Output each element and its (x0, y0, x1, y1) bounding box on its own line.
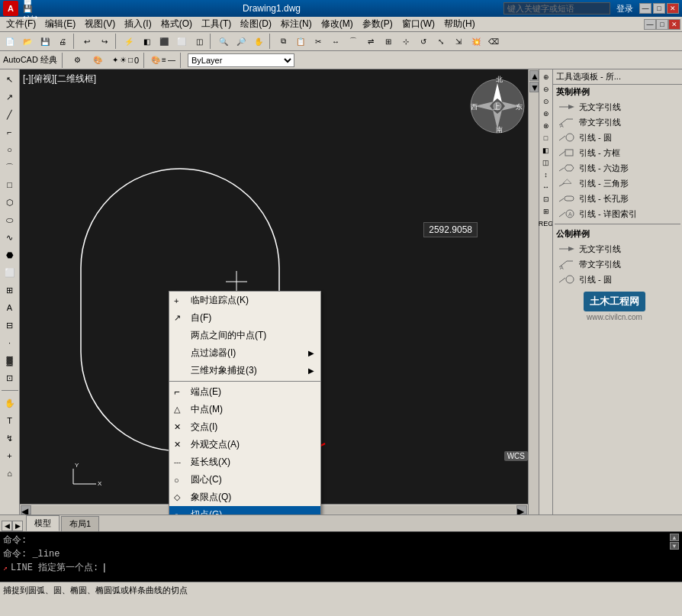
hatch-button[interactable]: ⬜ (173, 33, 190, 50)
ctx-extension[interactable]: --- 延长线(X) (169, 453, 320, 471)
coord-lt-button[interactable]: + (2, 447, 18, 464)
inner-close-button[interactable]: ✕ (668, 19, 680, 30)
menu-view[interactable]: 视图(V) (80, 17, 120, 31)
rmt-btn-8[interactable]: ◫ (540, 156, 552, 169)
rmt-btn-13[interactable]: REG (540, 218, 552, 230)
polygon-button[interactable]: ⬡ (2, 194, 18, 211)
cmd-scroll-up[interactable]: ▲ (670, 534, 679, 541)
ellipse-button[interactable]: ⬭ (2, 211, 18, 228)
table-button[interactable]: ⊞ (2, 282, 18, 298)
new-button[interactable]: 📄 (2, 33, 18, 50)
dim-button[interactable]: ◫ (191, 33, 207, 50)
menu-edit[interactable]: 编辑(E) (40, 17, 80, 31)
stretch-button[interactable]: ⇲ (450, 33, 467, 50)
scroll-left-btn[interactable]: ◀ (21, 505, 31, 514)
rmt-btn-5[interactable]: ⊗ (540, 120, 552, 132)
panel-item-metric-text[interactable]: A 带文字引线 (553, 256, 682, 272)
canvas-scrollbar-right[interactable]: ▲ ▼ (528, 69, 539, 514)
panel-item-leader-slot[interactable]: 引线 - 长孔形 (553, 191, 682, 206)
select2-button[interactable]: ↗ (2, 89, 18, 105)
rmt-btn-9[interactable]: ↕ (540, 169, 552, 181)
menu-insert[interactable]: 插入(I) (120, 17, 156, 31)
move-button[interactable]: ⊹ (397, 33, 414, 50)
region-button[interactable]: ⬜ (2, 264, 18, 281)
panel-item-leader-circle[interactable]: 引线 - 圆 (553, 130, 682, 145)
menu-format[interactable]: 格式(O) (156, 17, 197, 31)
undo-button[interactable]: ↩ (79, 33, 95, 50)
menu-window[interactable]: 窗口(W) (397, 17, 439, 31)
panel-item-leader-box[interactable]: 引线 - 方框 (553, 145, 682, 160)
panel-item-leader-tri[interactable]: 引线 - 三角形 (553, 176, 682, 191)
rmt-btn-1[interactable]: ⊕ (540, 71, 552, 83)
ctx-midpoint[interactable]: △ 中点(M) (169, 401, 320, 418)
tab-model[interactable]: 模型 (26, 515, 60, 531)
menu-help[interactable]: 帮助(H) (439, 17, 480, 31)
spline-button[interactable]: ∿ (2, 229, 18, 246)
match-prop-button[interactable]: ⚡ (121, 33, 137, 50)
menu-tools[interactable]: 工具(T) (197, 17, 236, 31)
rmt-btn-6[interactable]: □ (540, 132, 552, 144)
ctx-endpoint[interactable]: ⌐ 端点(E) (169, 383, 320, 401)
pan-button[interactable]: ✋ (250, 33, 267, 50)
maximize-button[interactable]: □ (653, 3, 665, 14)
extend-button[interactable]: ↔ (327, 33, 344, 50)
panel-item-text-leader[interactable]: A 带文字引线 (553, 114, 682, 130)
zoom-window-button[interactable]: 🔍 (215, 33, 232, 50)
rmt-btn-2[interactable]: ⊖ (540, 83, 552, 95)
minimize-button[interactable]: — (639, 3, 651, 14)
inner-minimize-button[interactable]: — (644, 19, 656, 30)
arc-button[interactable]: ⌒ (2, 159, 18, 176)
rmt-btn-3[interactable]: ⊙ (540, 95, 552, 108)
explode-button[interactable]: 💥 (468, 33, 484, 50)
menu-draw[interactable]: 绘图(D) (236, 17, 276, 31)
menu-file[interactable]: 文件(F) (2, 17, 40, 31)
insert-lt-button[interactable]: ↯ (2, 430, 18, 447)
ctx-center[interactable]: ○ 圆心(C) (169, 471, 320, 489)
tab-prev-btn[interactable]: ◀ (2, 521, 12, 531)
close-button[interactable]: ✕ (667, 3, 679, 14)
text-lt-button[interactable]: T (2, 412, 18, 429)
zoom-prev-button[interactable]: 🔎 (233, 33, 249, 50)
quick-access-bar[interactable]: 📄 💾 ↩ ↪ (23, 0, 40, 17)
ctx-apparent[interactable]: ✕ 外观交点(A) (169, 436, 320, 453)
tab-next-btn[interactable]: ▶ (12, 521, 23, 531)
ctx-quadrant[interactable]: ◇ 象限点(Q) (169, 489, 320, 506)
ctx-3d-snap[interactable]: 三维对象捕捉(3) ▶ (169, 362, 320, 379)
menu-param[interactable]: 参数(P) (358, 17, 397, 31)
ctx-midpoint-between[interactable]: 两点之间的中点(T) (169, 327, 320, 344)
scroll-down-btn[interactable]: ▼ (529, 82, 539, 92)
ctx-from[interactable]: ↗ 自(F) (169, 309, 320, 327)
circle-button[interactable]: ○ (2, 141, 18, 158)
fillet-button[interactable]: ⌒ (345, 33, 362, 50)
layer-settings-button[interactable]: ⚙ (69, 52, 86, 69)
menu-modify[interactable]: 修改(M) (317, 17, 358, 31)
gradient-button[interactable]: ▓ (2, 352, 18, 369)
layer-palette-button[interactable]: 🎨 (89, 52, 106, 69)
hatch-lt-button[interactable]: ⬣ (2, 247, 18, 263)
cmd-scroll-down[interactable]: ▼ (670, 542, 679, 550)
block-button[interactable]: ⬛ (156, 33, 172, 50)
copy-button[interactable]: ⧉ (275, 33, 291, 50)
trim-button[interactable]: ✂ (310, 33, 327, 50)
line-button[interactable]: ╱ (2, 106, 18, 123)
rmt-btn-10[interactable]: ↔ (540, 181, 552, 193)
open-button[interactable]: 📂 (19, 33, 36, 50)
user-login[interactable]: 登录 (616, 3, 633, 15)
rmt-btn-4[interactable]: ⊚ (540, 108, 552, 120)
dim-lt-button[interactable]: ⌂ (2, 465, 18, 482)
rmt-btn-7[interactable]: ◧ (540, 144, 552, 156)
search-input[interactable] (503, 2, 610, 15)
rmt-btn-11[interactable]: ⊡ (540, 193, 552, 205)
multiline-text-button[interactable]: A (2, 299, 18, 316)
rmt-btn-12[interactable]: ⊞ (540, 205, 552, 218)
rotate-button[interactable]: ↺ (415, 33, 432, 50)
inner-restore-button[interactable]: □ (656, 19, 668, 30)
scale-button[interactable]: ⤡ (433, 33, 449, 50)
mirror-button[interactable]: ⇌ (362, 33, 379, 50)
boundary-button[interactable]: ⊡ (2, 369, 18, 386)
drawing-canvas[interactable]: [-][俯视][二维线框] 北 南 东 西 上 (20, 69, 539, 514)
tab-layout1[interactable]: 布局1 (61, 516, 99, 531)
scroll-up-btn[interactable]: ▲ (529, 70, 539, 81)
paste-button[interactable]: 📋 (292, 33, 309, 50)
ctx-point-filter[interactable]: 点过滤器(I) ▶ (169, 344, 320, 362)
